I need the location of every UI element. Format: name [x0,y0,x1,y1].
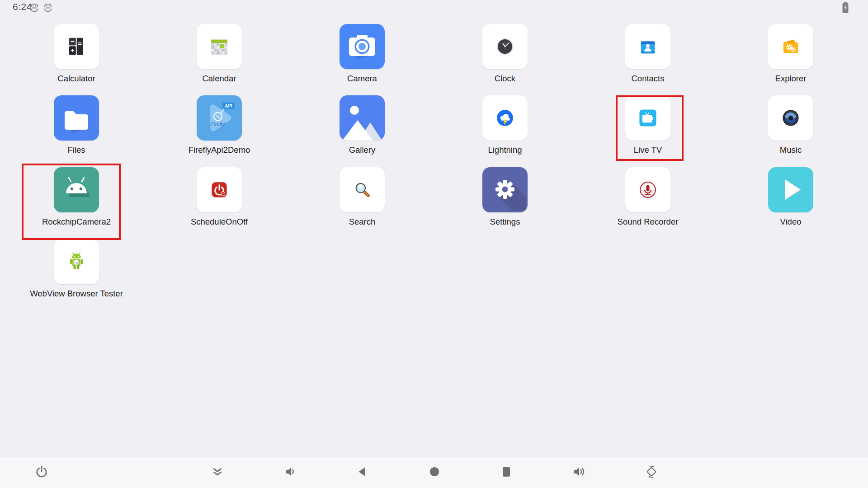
app-search[interactable]: Search [291,167,434,235]
app-fireflyapi2demo[interactable]: Firefly API FireflyApi2Demo [148,95,291,163]
contacts-icon [625,24,670,69]
app-label: Sound Recorder [618,217,679,227]
android-camera-icon [54,167,99,212]
home-screen: { "status_bar": { "time": "6:24", "notif… [0,0,868,488]
app-video[interactable]: Video [719,167,862,235]
app-lightning[interactable]: Lightning [434,95,576,163]
live-tv-icon [625,95,670,141]
app-label: ScheduleOnOff [191,217,248,227]
battery-charging-icon [842,2,849,14]
adb-debugging-icon [43,3,52,13]
app-label: Calculator [57,74,95,84]
home-circle-icon [427,464,442,481]
app-label: Music [780,145,802,155]
nav-power-button[interactable] [32,463,52,483]
status-time: 6:24 [13,1,32,12]
firefly-icon: Firefly API [197,95,242,141]
clock-icon [482,24,528,69]
gear-icon [482,167,528,212]
app-settings[interactable]: Settings [434,167,576,235]
nav-volume-up-button[interactable] [569,463,589,483]
magnifier-icon [340,167,385,212]
app-label: Video [780,217,802,227]
app-gallery[interactable]: Gallery [291,95,434,163]
microphone-icon [625,167,670,212]
app-label: Calendar [202,74,236,84]
app-music[interactable]: Music [719,95,862,163]
app-label: Clock [495,74,515,84]
app-label: Lightning [488,145,522,155]
app-scheduleonoff[interactable]: ScheduleOnOff [148,167,291,235]
power-icon [34,464,49,481]
gallery-icon [340,95,385,141]
app-label: Contacts [631,74,664,84]
volume-up-icon [571,464,587,481]
nav-recents-button[interactable] [496,463,516,483]
app-files[interactable]: Files [5,95,148,163]
calendar-icon [197,24,242,69]
app-rockchipcamera2[interactable]: RockchipCamera2 [5,167,148,235]
nav-collapse-button[interactable] [208,463,227,483]
app-webview-tester[interactable]: WebView Browser Tester [5,239,148,307]
back-triangle-icon [354,464,370,481]
app-label: RockchipCamera2 [42,217,111,227]
app-sound-recorder[interactable]: Sound Recorder [576,167,719,235]
calculator-icon [54,24,99,69]
app-label: Live TV [634,145,662,155]
app-explorer[interactable]: Explorer [719,24,862,92]
android-robot-icon [54,239,99,284]
app-label: Gallery [349,145,376,155]
app-calculator[interactable]: Calculator [5,24,148,92]
app-label: WebView Browser Tester [30,289,123,299]
navigation-bar [0,457,868,488]
svg-text:API: API [225,103,232,108]
app-calendar[interactable]: Calendar [148,24,291,92]
explorer-icon [768,24,813,69]
nav-rotate-button[interactable] [642,463,661,483]
app-camera[interactable]: Camera [291,24,434,92]
volume-down-icon [282,464,297,481]
nav-back-button[interactable] [352,463,372,483]
app-label: FireflyApi2Demo [189,145,250,155]
lightning-icon [482,95,528,141]
app-label: Search [349,217,376,227]
app-label: Files [67,145,85,155]
app-clock[interactable]: Clock [434,24,576,92]
status-bar: 6:24 [0,0,868,16]
recents-square-icon [499,464,514,481]
app-label: Settings [490,217,520,227]
nav-home-button[interactable] [425,463,444,483]
svg-text:Firefly: Firefly [211,121,225,127]
music-speaker-icon [768,95,813,141]
app-label: Explorer [775,74,807,84]
auto-rotate-icon [644,464,659,481]
nav-volume-down-button[interactable] [280,463,300,483]
files-icon [54,95,99,141]
app-contacts[interactable]: Contacts [576,24,719,92]
app-label: Camera [347,74,377,84]
app-live-tv[interactable]: Live TV [576,95,719,163]
adb-debugging-icon [30,3,39,13]
power-schedule-icon [197,167,242,212]
double-chevron-down-icon [210,464,225,481]
camera-icon [340,24,385,69]
play-icon [768,167,813,212]
